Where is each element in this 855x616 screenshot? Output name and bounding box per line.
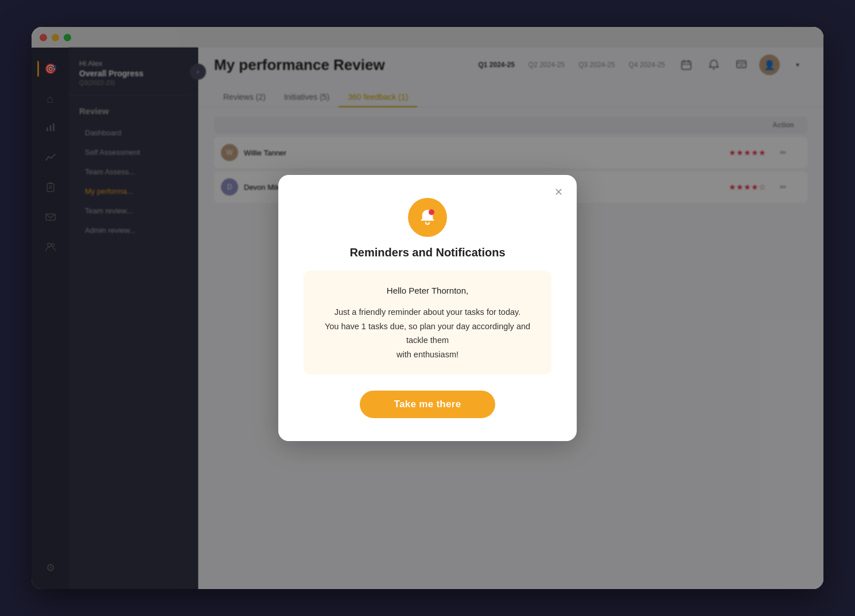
modal-overlay: ✕ Reminders and Notifications Hello Pete… (32, 27, 823, 589)
modal-close-button[interactable]: ✕ (550, 184, 566, 200)
svg-point-17 (429, 209, 434, 215)
take-me-there-button[interactable]: Take me there (360, 391, 496, 418)
modal-message-line2: You have 1 tasks due, so plan your day a… (320, 319, 535, 348)
modal-bell-icon (408, 198, 447, 237)
modal-message-line1: Just a friendly reminder about your task… (320, 305, 535, 319)
modal-dialog: ✕ Reminders and Notifications Hello Pete… (278, 175, 577, 440)
modal-message: Hello Peter Thornton, Just a friendly re… (304, 271, 551, 374)
modal-message-line3: with enthusiasm! (320, 348, 535, 362)
modal-title: Reminders and Notifications (349, 246, 505, 259)
modal-greeting: Hello Peter Thornton, (320, 283, 535, 298)
